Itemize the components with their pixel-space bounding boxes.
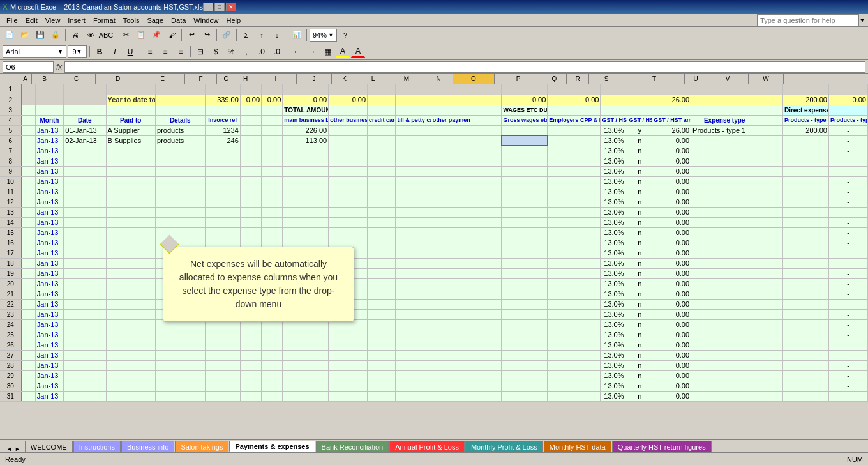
cell-A6[interactable] xyxy=(21,135,35,146)
cell-B2[interactable] xyxy=(35,95,63,105)
cell-V20[interactable] xyxy=(782,278,828,289)
cell-N26[interactable] xyxy=(470,340,502,350)
cell-D10[interactable] xyxy=(106,176,155,187)
cell-F8[interactable] xyxy=(205,156,240,166)
paste-button[interactable]: 📌 xyxy=(149,29,163,42)
cell-E15[interactable] xyxy=(156,227,205,238)
cell-A15[interactable] xyxy=(21,227,35,238)
cell-C25[interactable] xyxy=(64,330,106,340)
cell-V29[interactable] xyxy=(782,370,828,381)
cell-A22[interactable] xyxy=(21,299,35,309)
percent-format[interactable]: % xyxy=(224,45,238,58)
new-button[interactable]: 📄 xyxy=(3,29,17,42)
cell-L1[interactable] xyxy=(396,84,431,95)
cell-N4[interactable] xyxy=(470,115,502,125)
tab-annual-pl[interactable]: Annual Profit & Loss xyxy=(389,441,465,452)
cell-O29[interactable] xyxy=(502,370,548,381)
cell-G27[interactable] xyxy=(240,350,261,360)
cell-V24[interactable] xyxy=(782,319,828,330)
cell-D9[interactable] xyxy=(106,166,155,176)
cell-E30[interactable] xyxy=(156,381,205,391)
cell-H12[interactable] xyxy=(262,197,283,207)
cell-G6[interactable] xyxy=(240,135,261,146)
cut-button[interactable]: ✂ xyxy=(119,29,133,42)
cell-K28[interactable] xyxy=(368,360,396,370)
cell-C14[interactable] xyxy=(64,217,106,227)
open-button[interactable]: 📂 xyxy=(18,29,32,42)
cell-S7[interactable]: 0.00 xyxy=(652,146,691,156)
cell-M7[interactable] xyxy=(431,146,470,156)
menu-insert[interactable]: Insert xyxy=(64,15,89,26)
cell-H30[interactable] xyxy=(262,381,283,391)
cell-Q5[interactable]: 13.0% xyxy=(601,125,627,135)
cell-H2[interactable]: 0.00 xyxy=(262,95,283,105)
cell-W1[interactable] xyxy=(828,84,867,95)
cell-H1[interactable] xyxy=(262,84,283,95)
cell-D8[interactable] xyxy=(106,156,155,166)
cell-T20[interactable] xyxy=(691,278,758,289)
cell-G2[interactable]: 0.00 xyxy=(240,95,261,105)
cell-C8[interactable] xyxy=(64,156,106,166)
cell-I6[interactable]: 113.00 xyxy=(283,135,329,146)
cell-T29[interactable] xyxy=(691,370,758,381)
cell-O3[interactable]: WAGES ETC DUE FOR MONTH xyxy=(502,105,548,115)
cell-M24[interactable] xyxy=(431,319,470,330)
cell-O9[interactable] xyxy=(502,166,548,176)
cell-Q26[interactable]: 13.0% xyxy=(601,340,627,350)
cell-T10[interactable] xyxy=(691,176,758,187)
cell-O24[interactable] xyxy=(502,319,548,330)
cell-G4[interactable] xyxy=(240,115,261,125)
cell-J31[interactable] xyxy=(329,391,368,401)
cell-O17[interactable] xyxy=(502,248,548,258)
menu-format[interactable]: Format xyxy=(89,15,119,26)
cell-H5[interactable] xyxy=(262,125,283,135)
cell-M8[interactable] xyxy=(431,156,470,166)
cell-C2[interactable] xyxy=(64,95,106,105)
cell-S1[interactable] xyxy=(652,84,691,95)
cell-U19[interactable] xyxy=(758,268,783,278)
cell-L6[interactable] xyxy=(396,135,431,146)
cell-K14[interactable] xyxy=(368,217,396,227)
cell-I29[interactable] xyxy=(283,370,329,381)
cell-M11[interactable] xyxy=(431,187,470,197)
cell-D15[interactable] xyxy=(106,227,155,238)
cell-A5[interactable] xyxy=(21,125,35,135)
cell-E12[interactable] xyxy=(156,197,205,207)
cell-K4[interactable]: credit card xyxy=(368,115,396,125)
cell-W19[interactable]: - xyxy=(828,268,867,278)
close-button[interactable]: ✕ xyxy=(226,3,236,11)
cell-R18[interactable]: n xyxy=(627,258,652,268)
col-N[interactable]: N xyxy=(424,74,453,84)
cell-M28[interactable] xyxy=(431,360,470,370)
cell-L14[interactable] xyxy=(396,217,431,227)
cell-W28[interactable]: - xyxy=(828,360,867,370)
cell-K20[interactable] xyxy=(368,278,396,289)
cell-B9[interactable]: Jan-13 xyxy=(35,166,63,176)
cell-O5[interactable] xyxy=(502,125,548,135)
cell-T18[interactable] xyxy=(691,258,758,268)
cell-S27[interactable]: 0.00 xyxy=(652,350,691,360)
cell-Q13[interactable]: 13.0% xyxy=(601,207,627,217)
cell-D18[interactable] xyxy=(106,258,155,268)
cell-B21[interactable]: Jan-13 xyxy=(35,289,63,299)
cell-C19[interactable] xyxy=(64,268,106,278)
cell-C31[interactable] xyxy=(64,391,106,401)
menu-tools[interactable]: Tools xyxy=(119,15,144,26)
cell-W24[interactable]: - xyxy=(828,319,867,330)
cell-L7[interactable] xyxy=(396,146,431,156)
cell-U27[interactable] xyxy=(758,350,783,360)
hyperlink-button[interactable]: 🔗 xyxy=(220,29,234,42)
cell-A1[interactable] xyxy=(21,84,35,95)
cell-N7[interactable] xyxy=(470,146,502,156)
col-D[interactable]: D xyxy=(96,74,140,84)
cell-N9[interactable] xyxy=(470,166,502,176)
cell-T1[interactable] xyxy=(691,84,758,95)
cell-O7[interactable] xyxy=(502,146,548,156)
cell-F2[interactable]: 339.00 xyxy=(205,95,240,105)
cell-K5[interactable] xyxy=(368,125,396,135)
cell-G1[interactable] xyxy=(240,84,261,95)
autosum-button[interactable]: Σ xyxy=(239,29,253,42)
align-right[interactable]: ≡ xyxy=(174,45,188,58)
cell-C22[interactable] xyxy=(64,299,106,309)
cell-S10[interactable]: 0.00 xyxy=(652,176,691,187)
